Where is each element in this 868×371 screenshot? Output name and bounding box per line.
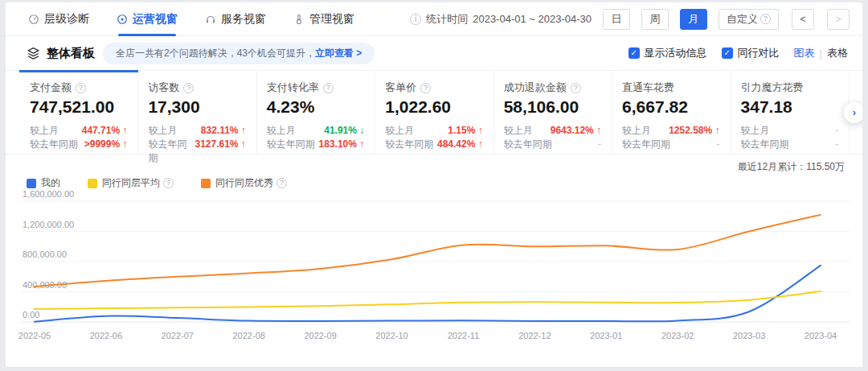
yoy-label: 较去年同期 bbox=[148, 138, 194, 165]
stat-time-area: i 统计时间 2023-04-01 ~ 2023-04-30 日 周 月 自定义… bbox=[410, 9, 850, 30]
gauge-icon bbox=[28, 14, 39, 25]
trend-line-chart[interactable]: 0.00400,000.00800,000.001,200,000.001,60… bbox=[17, 193, 851, 351]
checkmark-icon: ✓ bbox=[628, 47, 640, 59]
metric-change-value: >9999% ↑ bbox=[84, 138, 128, 151]
thermometer-icon bbox=[293, 14, 305, 25]
view-now-link[interactable]: 立即查看 > bbox=[315, 47, 362, 59]
metric-card-2[interactable]: 访客数?17,300较上月832.11% ↑较去年同期3127.61% ↑ bbox=[138, 71, 256, 154]
checkbox-label: 显示活动信息 bbox=[645, 46, 707, 60]
mom-label: 较上月 bbox=[30, 124, 59, 138]
card-value: 1,022.60 bbox=[385, 97, 482, 117]
view-separator: | bbox=[820, 47, 822, 60]
metric-card-3[interactable]: 支付转化率?4.23%较上月41.91% ↓较去年同期183.10% ↑ bbox=[257, 71, 375, 154]
tab-label: 服务视窗 bbox=[221, 12, 266, 27]
help-circle-icon: ? bbox=[760, 14, 771, 24]
view-chart-option[interactable]: 图表 bbox=[794, 46, 815, 60]
board-header-controls: ✓ 显示活动信息 ✓ 同行对比 图表 | 表格 bbox=[628, 46, 848, 60]
metric-change-value: - bbox=[717, 138, 720, 151]
period-week-button[interactable]: 周 bbox=[641, 9, 669, 30]
legend-label: 同行同层平均 bbox=[102, 176, 160, 190]
card-title: 直通车花费 bbox=[622, 80, 674, 95]
view-table-option[interactable]: 表格 bbox=[827, 46, 848, 60]
top-navigation-bar: 层级诊断 运营视窗 服务视窗 管理视窗 i 统计时间 2023-04-01 ~ … bbox=[6, 2, 862, 36]
card-metrics: 较上月832.11% ↑较去年同期3127.61% ↑ bbox=[148, 124, 245, 165]
chevron-left-icon: < bbox=[800, 14, 805, 25]
peer-compare-checkbox[interactable]: ✓ 同行对比 bbox=[722, 46, 780, 60]
card-value: 6,667.82 bbox=[622, 97, 719, 117]
y-axis-tick: 0.00 bbox=[23, 310, 39, 319]
card-title: 支付金额 bbox=[30, 80, 72, 95]
help-circle-icon[interactable]: ? bbox=[163, 178, 174, 188]
metric-card-1[interactable]: 支付金额?747,521.00较上月447.71% ↑较去年同期>9999% ↑ bbox=[20, 71, 138, 154]
help-circle-icon[interactable]: ? bbox=[571, 83, 581, 93]
metric-card-4[interactable]: 客单价?1,022.60较上月1.15% ↑较去年同期484.42% ↑ bbox=[375, 71, 493, 154]
last-12-months-total: 最近12月累计：115.50万 bbox=[17, 158, 851, 174]
x-axis-tick: 2023-02 bbox=[661, 331, 694, 340]
x-axis-tick: 2023-01 bbox=[590, 331, 622, 340]
card-metrics: 较上月447.71% ↑较去年同期>9999% ↑ bbox=[30, 124, 127, 151]
card-metrics: 较上月9643.12% ↑较去年同期- bbox=[504, 124, 601, 151]
tab-service-view[interactable]: 服务视窗 bbox=[205, 2, 266, 36]
metric-change-value: 9643.12% ↑ bbox=[551, 124, 601, 138]
series-line-同行同层平均[interactable] bbox=[35, 291, 821, 309]
x-axis-tick: 2022-09 bbox=[304, 331, 336, 340]
help-circle-icon[interactable]: ? bbox=[420, 83, 431, 93]
metric-change-value: 447.71% ↑ bbox=[82, 124, 128, 138]
card-value: 17,300 bbox=[148, 97, 245, 117]
series-line-同行同层优秀[interactable] bbox=[35, 215, 821, 286]
period-day-button[interactable]: 日 bbox=[603, 9, 630, 30]
metric-change-value: 3127.61% ↑ bbox=[194, 138, 245, 165]
period-custom-button[interactable]: 自定义 ? bbox=[719, 9, 779, 30]
x-axis-tick: 2022-10 bbox=[375, 331, 407, 340]
yoy-label: 较去年同期 bbox=[741, 138, 789, 151]
metric-card-6[interactable]: 直通车花费6,667.82较上月1252.58% ↑较去年同期- bbox=[612, 71, 731, 154]
tab-management-view[interactable]: 管理视窗 bbox=[293, 2, 354, 36]
help-circle-icon[interactable]: ? bbox=[183, 83, 194, 93]
help-circle-icon[interactable]: ? bbox=[323, 83, 334, 93]
headset-icon bbox=[205, 14, 216, 25]
legend-swatch bbox=[27, 179, 36, 188]
x-axis-tick: 2022-11 bbox=[448, 331, 480, 340]
metric-change-value: - bbox=[835, 124, 838, 138]
board-title-block: 整体看板 bbox=[27, 46, 95, 61]
legend-label: 同行同层优秀 bbox=[215, 176, 273, 190]
notice-text: 全店一共有2个问题待解决，43个机会可提升， bbox=[116, 47, 315, 59]
yoy-label: 较去年同期 bbox=[267, 138, 315, 151]
stat-time-label: 统计时间 bbox=[426, 12, 468, 27]
cards-next-button[interactable]: › bbox=[844, 102, 862, 123]
metric-change-value: 1252.58% ↑ bbox=[669, 124, 719, 138]
next-period-button[interactable]: > bbox=[827, 9, 850, 30]
prev-period-button[interactable]: < bbox=[792, 9, 814, 30]
card-value: 58,106.00 bbox=[504, 97, 601, 117]
y-axis-tick: 1,600,000.00 bbox=[23, 189, 74, 199]
card-title: 支付转化率 bbox=[267, 80, 319, 95]
help-circle-icon[interactable]: ? bbox=[276, 178, 287, 188]
legend-item-同行同层平均[interactable]: 同行同层平均? bbox=[88, 176, 174, 190]
series-line-我的[interactable] bbox=[35, 266, 821, 322]
show-activity-checkbox[interactable]: ✓ 显示活动信息 bbox=[628, 46, 707, 60]
yoy-label: 较去年同期 bbox=[385, 138, 433, 151]
tab-operation-view[interactable]: 运营视窗 bbox=[117, 2, 178, 36]
period-month-button[interactable]: 月 bbox=[680, 9, 707, 30]
yoy-label: 较去年同期 bbox=[622, 138, 670, 151]
legend-item-同行同层优秀[interactable]: 同行同层优秀? bbox=[201, 176, 287, 190]
legend-label: 我的 bbox=[41, 176, 60, 190]
legend-swatch bbox=[201, 179, 211, 188]
metric-cards-row: 支付金额?747,521.00较上月447.71% ↑较去年同期>9999% ↑… bbox=[6, 70, 862, 155]
page-title: 整体看板 bbox=[47, 46, 95, 61]
metric-change-value: 484.42% ↑ bbox=[437, 138, 483, 151]
card-value: 747,521.00 bbox=[30, 97, 127, 117]
yoy-label: 较去年同期 bbox=[504, 138, 552, 151]
card-title: 客单价 bbox=[385, 80, 416, 95]
legend-item-我的[interactable]: 我的 bbox=[27, 176, 60, 190]
chevron-right-icon: > bbox=[835, 14, 841, 25]
metric-change-value: 1.15% ↑ bbox=[448, 124, 482, 138]
x-axis-tick: 2023-03 bbox=[733, 331, 765, 340]
main-panel: 层级诊断 运营视窗 服务视窗 管理视窗 i 统计时间 2023-04-01 ~ … bbox=[6, 2, 862, 367]
tab-level-diagnosis[interactable]: 层级诊断 bbox=[28, 2, 89, 36]
yoy-label: 较去年同期 bbox=[30, 138, 78, 151]
metric-card-5[interactable]: 成功退款金额?58,106.00较上月9643.12% ↑较去年同期- bbox=[494, 71, 612, 154]
help-circle-icon[interactable]: ? bbox=[76, 83, 86, 93]
info-circle-icon[interactable]: i bbox=[410, 14, 421, 25]
metric-card-7[interactable]: 引力魔方花费347.18较上月-较去年同期- bbox=[731, 71, 850, 154]
